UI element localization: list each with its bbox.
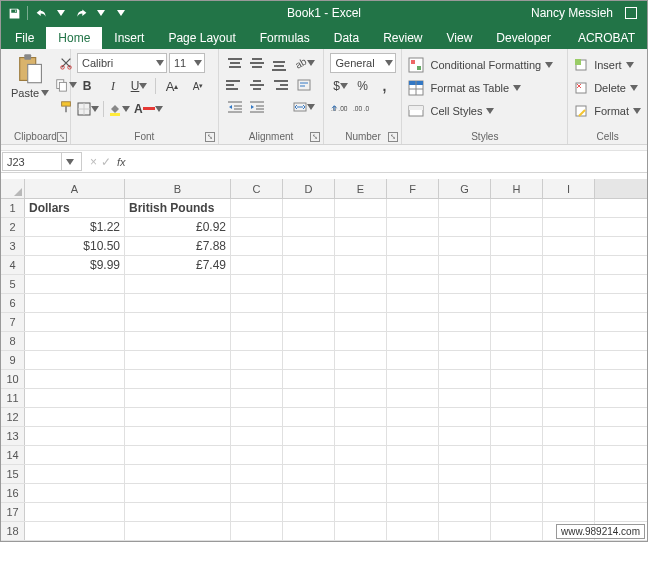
cell[interactable]: [439, 294, 491, 312]
cell[interactable]: [231, 465, 283, 483]
cell[interactable]: [231, 427, 283, 445]
cell[interactable]: [491, 503, 543, 521]
row-header[interactable]: 13: [1, 427, 25, 445]
cell[interactable]: [543, 389, 595, 407]
cell[interactable]: [387, 275, 439, 293]
cell[interactable]: [387, 503, 439, 521]
cell[interactable]: [125, 294, 231, 312]
font-color-button[interactable]: A: [134, 99, 163, 119]
font-family-select[interactable]: Calibri: [77, 53, 167, 73]
row-header[interactable]: 6: [1, 294, 25, 312]
insert-cells-button[interactable]: Insert: [574, 55, 641, 75]
tab-developer[interactable]: Developer: [484, 27, 563, 49]
tab-data[interactable]: Data: [322, 27, 371, 49]
shrink-font-button[interactable]: A▾: [188, 76, 208, 96]
cell[interactable]: [25, 408, 125, 426]
row-header[interactable]: 3: [1, 237, 25, 255]
grow-font-button[interactable]: A▴: [162, 76, 182, 96]
cell[interactable]: [387, 351, 439, 369]
cell[interactable]: [283, 351, 335, 369]
cell[interactable]: [491, 237, 543, 255]
cell[interactable]: [335, 522, 387, 540]
align-top-button[interactable]: [225, 53, 245, 73]
row-header[interactable]: 4: [1, 256, 25, 274]
tab-file[interactable]: File: [3, 27, 46, 49]
cell[interactable]: [25, 522, 125, 540]
cell[interactable]: [283, 294, 335, 312]
cell[interactable]: [283, 503, 335, 521]
cell[interactable]: [283, 275, 335, 293]
row-header[interactable]: 2: [1, 218, 25, 236]
cell[interactable]: [335, 351, 387, 369]
cell[interactable]: [125, 408, 231, 426]
cell[interactable]: [125, 370, 231, 388]
cell[interactable]: [335, 446, 387, 464]
format-as-table-button[interactable]: Format as Table: [408, 78, 561, 98]
cell[interactable]: [491, 218, 543, 236]
row-header[interactable]: 9: [1, 351, 25, 369]
cell[interactable]: [125, 389, 231, 407]
name-box[interactable]: [2, 152, 82, 171]
cell[interactable]: [231, 522, 283, 540]
cell[interactable]: [231, 408, 283, 426]
cell[interactable]: [283, 484, 335, 502]
cell[interactable]: [283, 389, 335, 407]
cell-B3[interactable]: £7.88: [125, 237, 231, 255]
cell[interactable]: [387, 522, 439, 540]
cell[interactable]: [335, 332, 387, 350]
row-header[interactable]: 17: [1, 503, 25, 521]
row-header[interactable]: 15: [1, 465, 25, 483]
cell[interactable]: [125, 484, 231, 502]
alignment-launcher-icon[interactable]: ⤡: [310, 132, 320, 142]
cell[interactable]: [231, 237, 283, 255]
cell[interactable]: [283, 332, 335, 350]
number-format-select[interactable]: General: [330, 53, 396, 73]
cell[interactable]: [283, 237, 335, 255]
cell[interactable]: [125, 332, 231, 350]
cell[interactable]: [387, 218, 439, 236]
cell[interactable]: [491, 275, 543, 293]
save-icon[interactable]: [7, 6, 21, 20]
row-header[interactable]: 1: [1, 199, 25, 217]
cell[interactable]: [25, 484, 125, 502]
cell[interactable]: [387, 199, 439, 217]
align-left-button[interactable]: [225, 75, 245, 95]
name-box-input[interactable]: [3, 155, 61, 169]
col-header-A[interactable]: A: [25, 179, 125, 198]
cell[interactable]: [491, 427, 543, 445]
cell[interactable]: [439, 370, 491, 388]
cell[interactable]: [335, 484, 387, 502]
cell[interactable]: [439, 199, 491, 217]
cell[interactable]: [387, 408, 439, 426]
cell[interactable]: [387, 465, 439, 483]
italic-button[interactable]: I: [103, 76, 123, 96]
cell[interactable]: [543, 484, 595, 502]
cell[interactable]: [231, 503, 283, 521]
cell[interactable]: [491, 389, 543, 407]
orientation-button[interactable]: ab: [293, 53, 315, 73]
clipboard-launcher-icon[interactable]: ⤡: [57, 132, 67, 142]
border-button[interactable]: [77, 99, 99, 119]
cell[interactable]: [387, 427, 439, 445]
cell-A1[interactable]: Dollars: [25, 199, 125, 217]
cell[interactable]: [125, 522, 231, 540]
col-header-D[interactable]: D: [283, 179, 335, 198]
decrease-decimal-button[interactable]: .00.0: [352, 99, 372, 119]
row-header[interactable]: 7: [1, 313, 25, 331]
cell[interactable]: [283, 446, 335, 464]
cell[interactable]: [125, 427, 231, 445]
cell[interactable]: [25, 275, 125, 293]
conditional-formatting-button[interactable]: Conditional Formatting: [408, 55, 561, 75]
cell[interactable]: [25, 503, 125, 521]
cell[interactable]: [439, 503, 491, 521]
comma-button[interactable]: ,: [374, 76, 394, 96]
row-header[interactable]: 10: [1, 370, 25, 388]
cell[interactable]: [543, 408, 595, 426]
cell[interactable]: [439, 332, 491, 350]
percent-button[interactable]: %: [352, 76, 372, 96]
cell[interactable]: [231, 351, 283, 369]
qat-customize-icon[interactable]: [114, 6, 128, 20]
cell[interactable]: [439, 351, 491, 369]
row-header[interactable]: 18: [1, 522, 25, 540]
cell[interactable]: [335, 370, 387, 388]
